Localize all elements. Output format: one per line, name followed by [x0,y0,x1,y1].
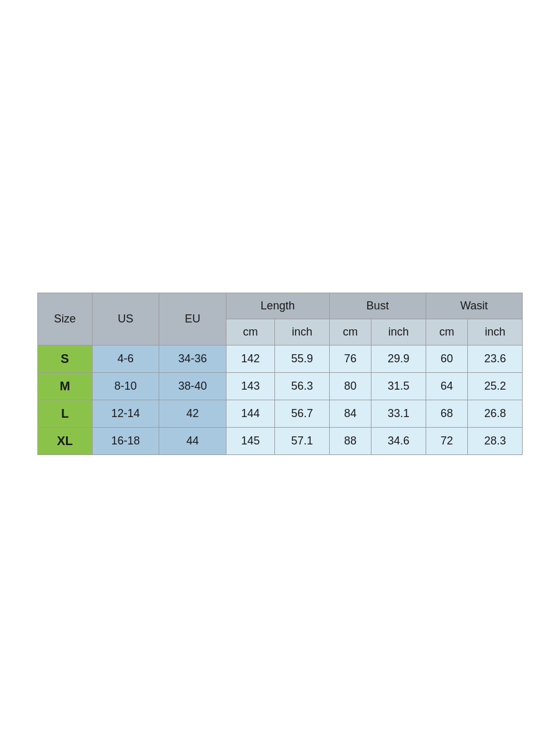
us-cell: 8-10 [92,372,159,400]
length-inch-cell: 56.3 [275,372,330,400]
header-wasit: Wasit [426,293,522,319]
size-cell: M [38,372,93,400]
header-size: Size [38,293,93,345]
us-cell: 4-6 [92,345,159,372]
wasit-cm-cell: 72 [426,427,467,454]
wasit-inch-cell: 26.8 [468,400,523,427]
table-row: XL16-184414557.18834.67228.3 [38,427,523,454]
header-length-inch: inch [275,319,330,345]
header-length-cm: cm [226,319,274,345]
us-cell: 16-18 [92,427,159,454]
length-cm-cell: 145 [226,427,274,454]
size-cell: L [38,400,93,427]
wasit-inch-cell: 23.6 [468,345,523,372]
bust-cm-cell: 76 [329,345,371,372]
bust-cm-cell: 80 [329,372,371,400]
length-cm-cell: 142 [226,345,274,372]
header-bust: Bust [329,293,426,319]
length-inch-cell: 55.9 [275,345,330,372]
length-cm-cell: 144 [226,400,274,427]
bust-inch-cell: 33.1 [371,400,426,427]
wasit-inch-cell: 25.2 [468,372,523,400]
table-row: L12-144214456.78433.16826.8 [38,400,523,427]
size-cell: S [38,345,93,372]
header-us: US [92,293,159,345]
header-bust-inch: inch [371,319,426,345]
header-wasit-inch: inch [468,319,523,345]
size-chart-table: Size US EU Length Bust Wasit cm inch cm … [37,293,523,455]
length-cm-cell: 143 [226,372,274,400]
eu-cell: 34-36 [159,345,226,372]
header-length: Length [226,293,329,319]
table-row: S4-634-3614255.97629.96023.6 [38,345,523,372]
eu-cell: 42 [159,400,226,427]
us-cell: 12-14 [92,400,159,427]
length-inch-cell: 56.7 [275,400,330,427]
size-chart-container: Size US EU Length Bust Wasit cm inch cm … [37,293,523,455]
length-inch-cell: 57.1 [275,427,330,454]
wasit-cm-cell: 60 [426,345,467,372]
header-eu: EU [159,293,226,345]
eu-cell: 44 [159,427,226,454]
table-row: M8-1038-4014356.38031.56425.2 [38,372,523,400]
wasit-cm-cell: 64 [426,372,467,400]
header-wasit-cm: cm [426,319,467,345]
header-bust-cm: cm [329,319,371,345]
wasit-cm-cell: 68 [426,400,467,427]
eu-cell: 38-40 [159,372,226,400]
size-cell: XL [38,427,93,454]
bust-inch-cell: 31.5 [371,372,426,400]
wasit-inch-cell: 28.3 [468,427,523,454]
bust-inch-cell: 34.6 [371,427,426,454]
bust-cm-cell: 88 [329,427,371,454]
bust-inch-cell: 29.9 [371,345,426,372]
bust-cm-cell: 84 [329,400,371,427]
